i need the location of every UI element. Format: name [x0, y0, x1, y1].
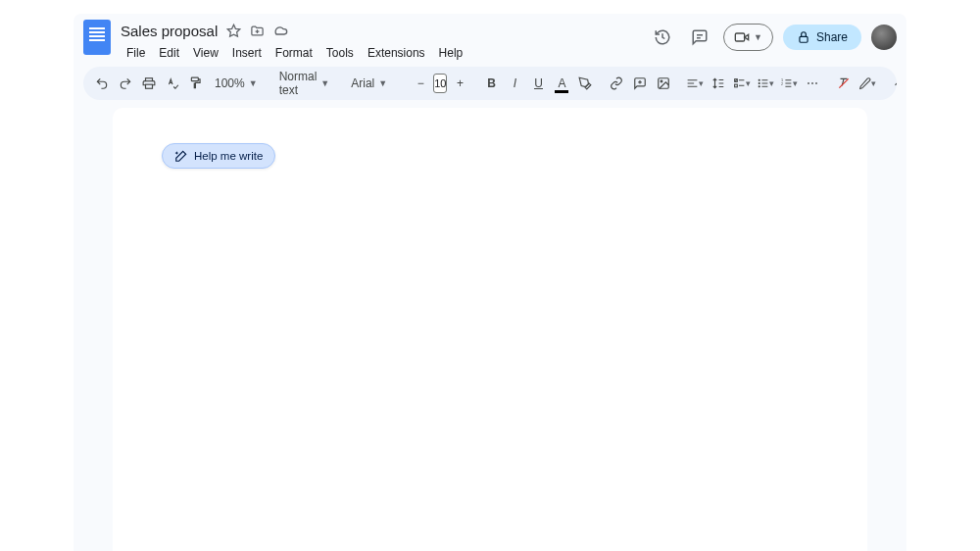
- chevron-down-icon: ▾: [769, 78, 774, 88]
- svg-rect-21: [735, 84, 738, 87]
- line-spacing-button[interactable]: [708, 72, 729, 95]
- menu-bar: File Edit View Insert Format Tools Exten…: [121, 43, 649, 63]
- meet-button[interactable]: ▼: [723, 24, 773, 51]
- clear-formatting-button[interactable]: [833, 72, 855, 95]
- paragraph-style-select[interactable]: Normal text ▼: [273, 72, 336, 95]
- underline-button[interactable]: U: [527, 72, 549, 95]
- redo-button[interactable]: [115, 72, 136, 95]
- font-value: Arial: [351, 76, 374, 90]
- chevron-down-icon: ▼: [249, 78, 258, 88]
- align-button[interactable]: ▾: [684, 72, 706, 95]
- avatar[interactable]: [871, 25, 897, 50]
- svg-text:2: 2: [782, 82, 784, 86]
- document-title[interactable]: Sales proposal: [121, 23, 218, 39]
- header: Sales proposal File Edit View Insert: [74, 14, 906, 63]
- undo-button[interactable]: [91, 72, 113, 95]
- header-right: ▼ Share: [649, 20, 897, 51]
- menu-insert[interactable]: Insert: [226, 43, 268, 63]
- italic-button[interactable]: I: [504, 72, 525, 95]
- help-me-write-chip[interactable]: Help me write: [162, 143, 275, 169]
- font-size-input[interactable]: 10: [433, 74, 447, 93]
- share-button[interactable]: Share: [783, 25, 861, 50]
- lock-icon: [797, 30, 810, 44]
- svg-rect-8: [191, 77, 198, 81]
- star-icon[interactable]: [225, 23, 241, 38]
- menu-format[interactable]: Format: [270, 43, 318, 63]
- svg-rect-6: [146, 78, 153, 81]
- docs-logo-icon[interactable]: [83, 20, 111, 55]
- app-inner: Sales proposal File Edit View Insert: [74, 14, 906, 551]
- svg-point-12: [662, 80, 663, 82]
- print-button[interactable]: [138, 72, 160, 95]
- menu-view[interactable]: View: [187, 43, 224, 63]
- move-icon[interactable]: [249, 23, 265, 38]
- paragraph-style-value: Normal text: [279, 70, 318, 97]
- cloud-status-icon[interactable]: [272, 23, 288, 38]
- menu-extensions[interactable]: Extensions: [362, 43, 431, 63]
- format-paint-button[interactable]: [185, 72, 207, 95]
- comments-icon[interactable]: [686, 24, 713, 51]
- video-icon: [734, 29, 750, 45]
- title-column: Sales proposal File Edit View Insert: [121, 20, 649, 63]
- svg-point-23: [760, 79, 760, 80]
- menu-edit[interactable]: Edit: [153, 43, 185, 63]
- toolbar: 100% ▼ Normal text ▼ Arial ▼ − 10 + B I …: [83, 67, 897, 100]
- spellcheck-button[interactable]: [162, 72, 183, 95]
- help-me-write-label: Help me write: [194, 150, 263, 162]
- magic-pen-icon: [174, 149, 188, 163]
- svg-rect-5: [800, 36, 808, 42]
- checklist-button[interactable]: ▾: [731, 72, 753, 95]
- collapse-toolbar-button[interactable]: [888, 72, 897, 95]
- zoom-select[interactable]: 100% ▼: [209, 72, 264, 95]
- svg-point-25: [760, 86, 760, 87]
- font-select[interactable]: Arial ▼: [345, 72, 400, 95]
- text-color-button[interactable]: A: [551, 72, 572, 95]
- chevron-down-icon: ▼: [378, 78, 387, 88]
- app-frame: Sales proposal File Edit View Insert: [0, 0, 980, 551]
- more-options-button[interactable]: ⋯: [802, 72, 823, 95]
- svg-rect-7: [146, 84, 153, 88]
- zoom-value: 100%: [215, 76, 245, 90]
- document-canvas[interactable]: Help me write: [113, 108, 867, 551]
- insert-image-button[interactable]: [653, 72, 674, 95]
- svg-marker-0: [227, 25, 240, 36]
- menu-file[interactable]: File: [121, 43, 151, 63]
- bold-button[interactable]: B: [480, 72, 502, 95]
- svg-rect-3: [735, 33, 744, 41]
- insert-link-button[interactable]: [606, 72, 627, 95]
- chevron-down-icon: ▾: [699, 78, 704, 88]
- increase-font-size-button[interactable]: +: [449, 72, 470, 95]
- chevron-down-icon: ▾: [871, 78, 876, 88]
- numbered-list-button[interactable]: 12 ▾: [778, 72, 800, 95]
- bulleted-list-button[interactable]: ▾: [755, 72, 776, 95]
- decrease-font-size-button[interactable]: −: [410, 72, 431, 95]
- chevron-down-icon: ▼: [754, 32, 762, 42]
- menu-help[interactable]: Help: [433, 43, 469, 63]
- menu-tools[interactable]: Tools: [320, 43, 360, 63]
- chevron-down-icon: ▾: [793, 78, 798, 88]
- chevron-down-icon: ▾: [746, 78, 751, 88]
- svg-point-24: [760, 82, 760, 83]
- highlight-button[interactable]: [574, 72, 596, 95]
- history-icon[interactable]: [649, 24, 676, 51]
- title-row: Sales proposal: [121, 20, 649, 41]
- add-comment-button[interactable]: [629, 72, 651, 95]
- share-label: Share: [816, 30, 848, 44]
- chevron-down-icon: ▼: [320, 78, 329, 88]
- editing-mode-button[interactable]: ▾: [857, 72, 878, 95]
